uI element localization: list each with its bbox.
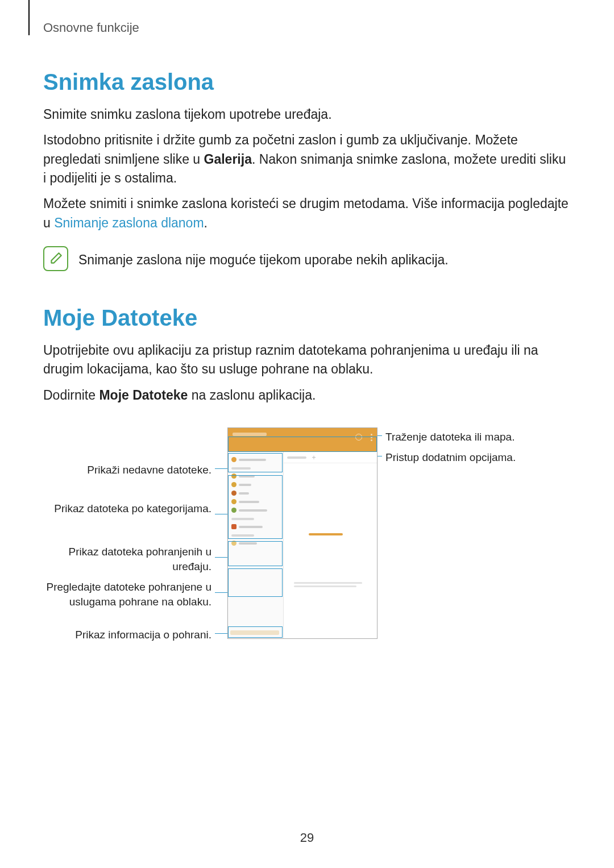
diagram: + Prikaži nedavne datoteke. Prikaz	[43, 427, 571, 661]
plus-icon: +	[310, 454, 318, 462]
page-content: Osnovne funkcije Snimka zaslona Snimite …	[0, 0, 614, 661]
app-body: +	[228, 452, 377, 639]
sidebar-row-recent	[231, 455, 280, 464]
placeholder-line	[239, 459, 266, 461]
sidebar-row-device	[231, 522, 280, 531]
empty-state-hint	[294, 580, 368, 589]
cloud-icon	[231, 541, 237, 546]
callout-categories: Prikaz datoteka po kategorijama.	[43, 501, 211, 516]
app-screenshot: +	[227, 427, 377, 639]
tab-row: +	[284, 452, 377, 463]
note-icon	[43, 246, 68, 271]
placeholder-line	[239, 492, 249, 495]
paragraph: Istodobno pritisnite i držite gumb za po…	[43, 131, 571, 188]
side-rule	[28, 0, 30, 35]
dot-icon	[231, 474, 237, 479]
bold-text: Galerija	[204, 152, 252, 167]
placeholder-line	[239, 484, 251, 486]
link-snimanje-dlanom[interactable]: Snimanje zaslona dlanom	[54, 215, 204, 230]
text: na zaslonu aplikacija.	[188, 388, 316, 402]
callout-cloud: Pregledajte datoteke pohranjene u usluga…	[43, 580, 211, 609]
callout-device: Prikaz datoteka pohranjenih u uređaju.	[43, 545, 211, 574]
text: Dodirnite	[43, 388, 99, 402]
placeholder-line	[239, 542, 257, 545]
empty-state-title	[304, 531, 347, 537]
sidebar-row-category	[231, 497, 280, 506]
placeholder-line	[239, 509, 267, 512]
app-title-placeholder	[233, 433, 267, 436]
device-icon	[231, 524, 237, 529]
note-row: Snimanje zaslona nije moguće tijekom upo…	[43, 246, 571, 271]
sidebar-row-category	[231, 472, 280, 480]
paragraph: Možete snimiti i snimke zaslona koristeć…	[43, 194, 571, 232]
dot-icon	[231, 457, 237, 462]
callout-recent: Prikaži nedavne datoteke.	[43, 463, 211, 477]
breadcrumb: Osnovne funkcije	[43, 20, 571, 35]
dot-icon	[231, 499, 237, 504]
app-main-pane: +	[284, 452, 377, 639]
sidebar-heading	[231, 534, 254, 537]
placeholder-line	[239, 501, 259, 503]
note-text: Snimanje zaslona nije moguće tijekom upo…	[78, 246, 449, 269]
app-sidebar	[228, 452, 284, 639]
placeholder-line	[239, 475, 255, 477]
placeholder-line	[239, 526, 263, 528]
sidebar-row-cloud	[231, 539, 280, 547]
sidebar-heading	[231, 467, 251, 470]
dot-icon	[231, 482, 237, 487]
app-header	[228, 428, 377, 452]
bold-text: Moje Datoteke	[99, 388, 188, 402]
tab	[287, 456, 306, 459]
paragraph: Dodirnite Moje Datoteke na zaslonu aplik…	[43, 386, 571, 405]
sidebar-row-category	[231, 489, 280, 497]
heading-snimka-zaslona: Snimka zaslona	[43, 69, 571, 95]
callout-search: Traženje datoteka ili mapa.	[385, 430, 567, 445]
storage-bar	[230, 630, 279, 635]
callout-more: Pristup dodatnim opcijama.	[385, 450, 567, 465]
dot-icon	[231, 491, 237, 496]
paragraph: Snimite snimku zaslona tijekom upotrebe …	[43, 105, 571, 124]
heading-moje-datoteke: Moje Datoteke	[43, 305, 571, 331]
more-icon	[371, 434, 372, 435]
sidebar-row-category	[231, 480, 280, 489]
callout-storage: Prikaz informacija o pohrani.	[43, 628, 211, 642]
sidebar-row-category	[231, 506, 280, 514]
dot-icon	[231, 508, 237, 513]
search-icon	[355, 434, 362, 441]
text: .	[204, 215, 208, 230]
paragraph: Upotrijebite ovu aplikaciju za pristup r…	[43, 341, 571, 379]
page-number: 29	[0, 830, 614, 845]
sidebar-heading	[231, 518, 254, 520]
